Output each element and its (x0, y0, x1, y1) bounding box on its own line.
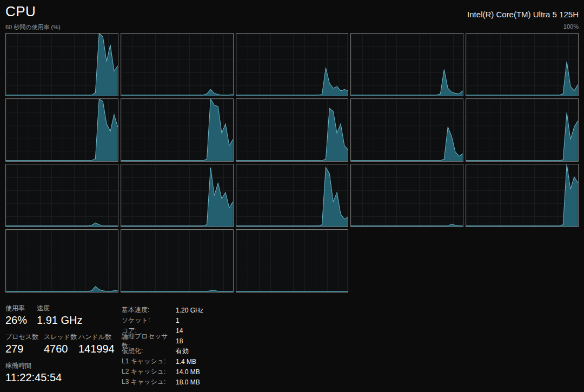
header: CPU Intel(R) Core(TM) Ultra 5 125H (5, 3, 579, 20)
cpu-core-chart-14[interactable] (466, 164, 579, 227)
detail-label: 仮想化: (122, 347, 176, 356)
detail-value: 1 (176, 317, 180, 324)
usage-graph (121, 230, 233, 292)
usage-graph (6, 34, 118, 96)
stat-utilization-label: 使用率 (5, 304, 37, 313)
cpu-model-label: Intel(R) Core(TM) Ultra 5 125H (467, 10, 579, 20)
detail-row: L1 キャッシュ:1.4 MB (122, 356, 203, 367)
detail-value: 18.0 MB (176, 378, 200, 386)
page-title: CPU (5, 3, 36, 20)
cpu-core-chart-15[interactable] (5, 229, 118, 293)
stat-handles-label: ハンドル数 (78, 333, 115, 342)
cpu-core-chart-12[interactable] (236, 164, 349, 227)
stat-threads-value: 4760 (44, 343, 78, 355)
stat-utilization: 使用率 26% (5, 304, 37, 327)
usage-graph (351, 34, 463, 96)
cpu-core-chart-10[interactable] (5, 164, 118, 227)
stat-uptime-label: 稼働時間 (5, 361, 62, 370)
cpu-core-chart-1[interactable] (121, 33, 234, 96)
stat-speed-label: 速度 (37, 304, 82, 313)
cpu-core-chart-13[interactable] (350, 164, 463, 227)
stat-speed-value: 1.91 GHz (37, 314, 82, 327)
stats-section: 使用率 26% 速度 1.91 GHz プロセス数 279 スレッド数 4760 (5, 304, 579, 390)
cpu-core-charts (5, 33, 579, 293)
stat-uptime: 稼働時間 11:22:45:54 (5, 361, 62, 384)
detail-value: 1.20 GHz (176, 307, 203, 314)
usage-graph (236, 34, 348, 96)
detail-row: 論理プロセッサ数:18 (122, 336, 203, 346)
detail-row: L2 キャッシュ:14.0 MB (122, 367, 203, 377)
cpu-core-chart-7[interactable] (236, 98, 349, 162)
cpu-core-chart-2[interactable] (236, 33, 349, 96)
usage-graph (236, 230, 348, 292)
cpu-core-chart-16[interactable] (121, 229, 234, 293)
cpu-performance-page: CPU Intel(R) Core(TM) Ultra 5 125H 60 秒間… (0, 0, 584, 392)
usage-graph (121, 164, 233, 227)
stat-speed: 速度 1.91 GHz (37, 304, 82, 327)
usage-graph (351, 164, 463, 227)
usage-graph (6, 164, 118, 227)
detail-label: 基本速度: (122, 305, 176, 315)
detail-row: 仮想化:有効 (122, 346, 203, 356)
detail-row: L3 キャッシュ:18.0 MB (122, 377, 203, 387)
stat-processes: プロセス数 279 (5, 333, 44, 355)
stat-processes-label: プロセス数 (5, 333, 44, 342)
usage-graph (236, 164, 348, 227)
cpu-core-chart-17[interactable] (236, 229, 349, 293)
cpu-core-chart-4[interactable] (466, 33, 579, 96)
stat-group-uptime: 稼働時間 11:22:45:54 (5, 361, 116, 384)
usage-graph (466, 164, 578, 227)
cpu-core-chart-3[interactable] (350, 33, 463, 96)
detail-label: L3 キャッシュ: (122, 377, 176, 387)
stat-utilization-value: 26% (5, 314, 37, 327)
cpu-core-chart-11[interactable] (121, 164, 234, 227)
detail-value: 18 (176, 337, 183, 345)
detail-label: L2 キャッシュ: (122, 367, 176, 376)
usage-graph (466, 34, 578, 96)
stat-threads-label: スレッド数 (44, 333, 78, 342)
detail-value: 14.0 MB (176, 368, 200, 376)
cpu-core-chart-5[interactable] (5, 98, 118, 162)
left-stats: 使用率 26% 速度 1.91 GHz プロセス数 279 スレッド数 4760 (5, 304, 116, 390)
stat-uptime-value: 11:22:45:54 (5, 371, 62, 384)
cpu-core-chart-9[interactable] (466, 98, 579, 162)
usage-graph (351, 99, 463, 161)
cpu-core-chart-6[interactable] (121, 98, 234, 162)
cpu-core-chart-0[interactable] (5, 33, 118, 96)
stat-group-counts: プロセス数 279 スレッド数 4760 ハンドル数 141994 (5, 333, 116, 355)
cpu-core-chart-8[interactable] (350, 98, 463, 162)
detail-value: 有効 (176, 347, 189, 356)
detail-row: 基本速度:1.20 GHz (122, 305, 203, 315)
graph-scale-label: 60 秒間の使用率 (%) (5, 23, 61, 31)
usage-graph (6, 99, 118, 161)
usage-graph (466, 99, 578, 161)
stat-group-usage-speed: 使用率 26% 速度 1.91 GHz (5, 304, 116, 327)
cpu-details: 基本速度:1.20 GHzソケット:1コア:14論理プロセッサ数:18仮想化:有… (122, 304, 203, 390)
detail-label: ソケット: (122, 316, 176, 325)
detail-value: 14 (176, 327, 183, 335)
usage-graph (6, 230, 118, 292)
usage-graph (121, 34, 233, 96)
graph-scale-row: 60 秒間の使用率 (%) 100% (5, 23, 579, 31)
stat-handles-value: 141994 (78, 343, 115, 355)
stat-threads: スレッド数 4760 (44, 333, 78, 355)
usage-graph (121, 99, 233, 161)
graph-max-label: 100% (563, 23, 579, 31)
detail-row: ソケット:1 (122, 315, 203, 325)
stat-processes-value: 279 (5, 343, 44, 355)
usage-graph (236, 99, 348, 161)
detail-value: 1.4 MB (176, 358, 196, 366)
stat-handles: ハンドル数 141994 (78, 333, 115, 355)
detail-label: L1 キャッシュ: (122, 357, 176, 366)
